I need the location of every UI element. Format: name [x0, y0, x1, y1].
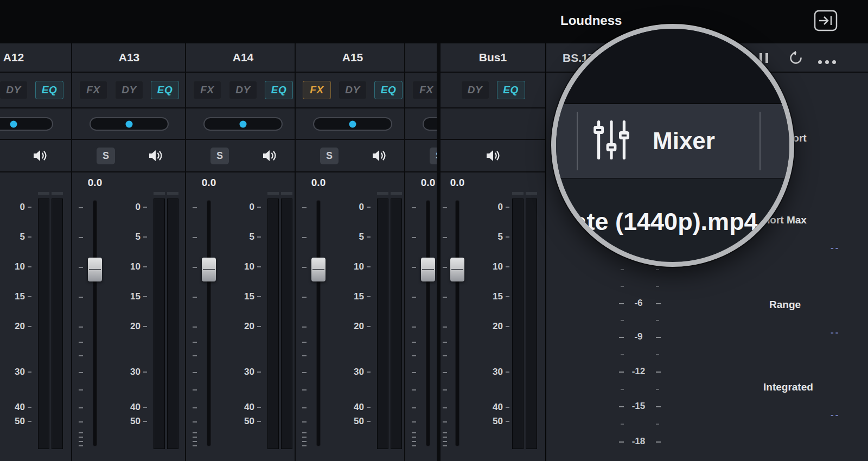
eq-button[interactable]: EQ: [35, 81, 63, 99]
fader-tick: [302, 372, 307, 373]
fader-track[interactable]: [456, 201, 459, 446]
mute-button[interactable]: [372, 149, 387, 162]
fx-button[interactable]: FX: [412, 81, 437, 99]
eq-button[interactable]: EQ: [497, 81, 525, 99]
fader-tick: [193, 297, 197, 298]
fx-dy-eq-buttons: FXDYEQ: [296, 73, 404, 107]
fader-tick: [412, 407, 416, 408]
fader-value[interactable]: 0.0: [202, 177, 216, 189]
fader-tick: [443, 297, 447, 298]
dy-button[interactable]: DY: [115, 81, 143, 99]
mute-button[interactable]: [148, 149, 163, 162]
fader-tick: [443, 267, 447, 268]
solo-button[interactable]: S: [210, 148, 229, 164]
filename-text: rate (1440p).mp4: [564, 208, 758, 236]
pan-control[interactable]: [313, 117, 392, 131]
fader-tick: [193, 207, 197, 208]
fader-tick: [79, 437, 83, 438]
fader-scale-label: 0: [9, 201, 31, 213]
pan-row: [186, 108, 295, 140]
fader-tick: [79, 372, 83, 373]
fader-scale-label: 5: [9, 231, 31, 243]
fader-tick: [412, 237, 416, 238]
fader-track[interactable]: [207, 201, 210, 446]
eq-button[interactable]: EQ: [374, 81, 403, 99]
fader-value[interactable]: 0.0: [421, 177, 435, 189]
eq-button[interactable]: EQ: [265, 81, 293, 99]
meter-bar-left: [38, 199, 49, 449]
fx-button[interactable]: FX: [79, 81, 107, 99]
fader-handle[interactable]: [311, 258, 326, 281]
eq-button[interactable]: EQ: [151, 81, 179, 99]
fader-value[interactable]: 0.0: [311, 177, 326, 189]
fader-tick: [443, 389, 447, 390]
pan-control[interactable]: [203, 117, 283, 131]
fader-handle[interactable]: [202, 258, 216, 281]
fader-track[interactable]: [426, 201, 430, 446]
pan-dot: [126, 120, 133, 127]
fader-handle[interactable]: [88, 258, 102, 281]
level-meter: [267, 199, 292, 449]
row-divider: [0, 107, 71, 108]
track-name: Bus1: [441, 43, 545, 72]
row-divider: [72, 107, 185, 108]
fader-tick: [443, 432, 447, 433]
mixer-sliders-icon: [589, 117, 634, 165]
fader-area: 05101520304050: [0, 195, 71, 461]
pan-control[interactable]: [0, 117, 53, 131]
row-divider: [405, 171, 437, 172]
fader-handle[interactable]: [421, 258, 435, 281]
fader-tick: [302, 441, 307, 442]
loudness-panel-title: Loudness: [560, 13, 622, 28]
pan-control[interactable]: [90, 117, 169, 131]
mixer-strips: A12FXDYEQS0.005101520304050A13FXDYEQS0.0…: [0, 43, 545, 461]
fader-tick: [302, 421, 307, 422]
track-name: A15: [296, 43, 404, 72]
meter-bar-left: [512, 199, 524, 449]
fader-scale-label: 0: [348, 201, 371, 213]
solo-button[interactable]: S: [97, 148, 115, 164]
row-divider: [72, 72, 185, 73]
more-options-icon[interactable]: [818, 56, 839, 66]
dy-button[interactable]: DY: [339, 81, 367, 99]
row-divider: [0, 171, 71, 172]
fx-button[interactable]: FX: [193, 81, 221, 99]
solo-mute-row: S: [72, 140, 185, 172]
mute-button[interactable]: [262, 149, 277, 162]
meter-peak-indicator: [281, 192, 292, 195]
fader-tick: [443, 372, 447, 373]
fader-tick: [412, 372, 416, 373]
fx-button[interactable]: FX: [303, 81, 331, 99]
mute-button[interactable]: [486, 149, 501, 162]
panel-expand-right-icon[interactable]: [814, 10, 838, 31]
mute-button[interactable]: [33, 149, 48, 162]
dy-button[interactable]: DY: [0, 81, 28, 99]
channel-strip-a14: A14FXDYEQS0.005101520304050: [186, 43, 295, 461]
row-divider: [72, 139, 185, 140]
fader-tick: [79, 297, 83, 298]
fader-handle[interactable]: [450, 258, 464, 281]
fader-value[interactable]: 0.0: [88, 177, 102, 189]
fader-scale-label: 30: [9, 366, 31, 378]
fader-tick: [443, 237, 447, 238]
fader-tick: [302, 355, 307, 356]
fader-area: 05101520304050: [405, 195, 437, 461]
fader-track[interactable]: [93, 201, 97, 446]
row-divider: [405, 107, 437, 108]
solo-button[interactable]: S: [430, 148, 437, 164]
pan-control[interactable]: [423, 117, 437, 131]
fader-area: 05101520304050: [72, 195, 185, 461]
dy-button[interactable]: DY: [229, 81, 257, 99]
row-divider: [405, 72, 437, 73]
fader-scale-label: 20: [487, 321, 509, 332]
dy-button[interactable]: DY: [461, 81, 489, 99]
reset-icon[interactable]: [789, 51, 803, 65]
top-bar: Loudness: [0, 0, 868, 43]
fader-value[interactable]: 0.0: [450, 177, 464, 189]
solo-button[interactable]: S: [320, 148, 339, 164]
fader-tick: [443, 441, 447, 442]
fader-track[interactable]: [317, 201, 320, 446]
fader-tick: [193, 355, 197, 356]
fader-tick: [443, 342, 447, 343]
mixer-button[interactable]: Mixer: [589, 104, 715, 178]
